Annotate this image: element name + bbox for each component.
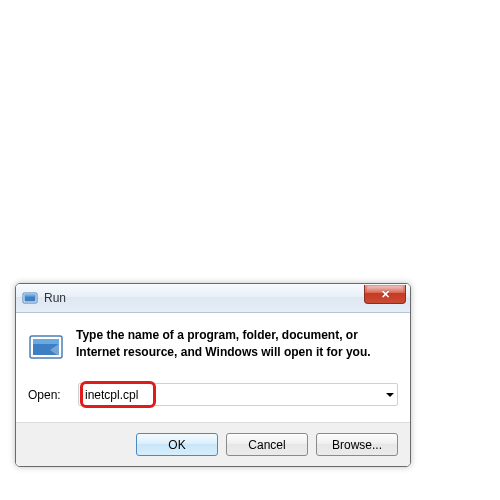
open-input[interactable] [78, 383, 398, 406]
browse-button[interactable]: Browse... [316, 433, 398, 456]
open-row: Open: [28, 383, 398, 406]
close-icon: ✕ [381, 288, 390, 301]
ok-button[interactable]: OK [136, 433, 218, 456]
run-large-icon [28, 329, 64, 365]
dialog-body: Type the name of a program, folder, docu… [16, 313, 410, 422]
button-bar: OK Cancel Browse... [16, 422, 410, 466]
dialog-title: Run [44, 291, 66, 305]
close-button[interactable]: ✕ [364, 285, 406, 304]
info-row: Type the name of a program, folder, docu… [28, 327, 398, 365]
run-icon [22, 290, 38, 306]
titlebar[interactable]: Run ✕ [16, 284, 410, 313]
cancel-button[interactable]: Cancel [226, 433, 308, 456]
open-label: Open: [28, 388, 70, 402]
info-text: Type the name of a program, folder, docu… [76, 327, 398, 362]
run-dialog: Run ✕ Type the name of a program, folder… [15, 283, 411, 467]
open-combo-wrap [78, 383, 398, 406]
svg-rect-5 [33, 339, 59, 344]
svg-rect-2 [25, 295, 36, 297]
